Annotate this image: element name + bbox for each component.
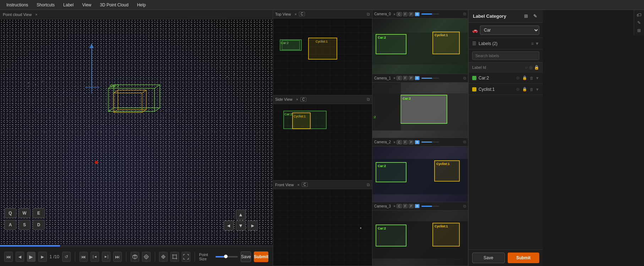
- refresh-button[interactable]: ↺: [62, 252, 71, 262]
- car2-delete-icon[interactable]: 🗑: [529, 75, 534, 81]
- camera-1-f[interactable]: F: [403, 76, 408, 80]
- point-cloud-close[interactable]: ×: [35, 12, 37, 17]
- camera-1-content[interactable]: Car:2 :2: [372, 83, 468, 138]
- step-back-button[interactable]: |◄: [91, 252, 99, 262]
- filter-icon-1[interactable]: ≡: [531, 41, 534, 46]
- expand-btn[interactable]: [182, 252, 190, 262]
- cyclist1-expand-icon[interactable]: ▼: [535, 87, 539, 92]
- key-w[interactable]: W: [18, 208, 31, 218]
- label-panel-icon-2[interactable]: ✎: [531, 13, 539, 20]
- submit-button[interactable]: Submit: [254, 251, 268, 262]
- arrow-right[interactable]: ►: [248, 221, 258, 231]
- top-view-c-icon[interactable]: C: [299, 12, 305, 16]
- tag-icon[interactable]: 🏷: [635, 11, 643, 18]
- camera-1-p[interactable]: P: [409, 76, 414, 80]
- front-view-maximize[interactable]: ⧉: [367, 182, 370, 187]
- crosshair-btn[interactable]: [159, 252, 168, 262]
- camera-2-p[interactable]: P: [409, 140, 414, 144]
- side-view-content[interactable]: Car:2 Cyclist:1: [273, 104, 372, 181]
- arrow-down[interactable]: ▼: [236, 221, 246, 231]
- camera-2-b[interactable]: B: [415, 140, 420, 144]
- prev-frame-button[interactable]: ◄: [16, 252, 24, 262]
- slider-thumb[interactable]: [224, 255, 228, 258]
- key-d[interactable]: D: [33, 220, 45, 230]
- point-cloud-canvas[interactable]: Car:2: [0, 19, 273, 266]
- side-view-close[interactable]: ×: [296, 97, 298, 101]
- camera-0-b[interactable]: B: [415, 12, 420, 16]
- label-panel-submit-button[interactable]: Submit: [508, 253, 540, 263]
- top-view-content[interactable]: Car:2 Cyclist:1: [273, 18, 372, 95]
- camera-3-slider[interactable]: [421, 206, 439, 207]
- filter-icon-2[interactable]: ▼: [535, 41, 539, 46]
- camera-1-slider[interactable]: [421, 78, 439, 79]
- label-id-icon-1[interactable]: ○: [525, 65, 528, 70]
- camera-3-close[interactable]: ×: [393, 204, 395, 208]
- top-view-maximize[interactable]: ⧉: [367, 12, 370, 17]
- front-view-close[interactable]: ×: [297, 183, 299, 187]
- camera-2-c[interactable]: C: [397, 140, 402, 144]
- category-select[interactable]: Car: [480, 26, 539, 35]
- camera-2-f[interactable]: F: [403, 140, 408, 144]
- side-view-c-icon[interactable]: C: [300, 97, 306, 102]
- key-s[interactable]: S: [18, 220, 31, 230]
- label-id-icon-2[interactable]: ◎: [529, 65, 533, 70]
- camera-3-f[interactable]: F: [403, 204, 408, 208]
- camera-0-close[interactable]: ×: [393, 12, 395, 16]
- jump-back-button[interactable]: ⏮: [80, 252, 88, 262]
- menu-instructions[interactable]: Instructions: [3, 2, 32, 8]
- car2-hidden-icon[interactable]: ◎: [515, 75, 521, 81]
- top-view-close[interactable]: ×: [294, 12, 296, 16]
- menu-help[interactable]: Help: [133, 2, 149, 8]
- camera-3-b[interactable]: B: [415, 204, 420, 208]
- front-view-c-icon[interactable]: C: [302, 182, 308, 187]
- crop-btn[interactable]: [170, 252, 179, 262]
- cyclist1-delete-icon[interactable]: 🗑: [529, 87, 534, 92]
- camera-0-content[interactable]: Car:2 Cyclist:1: [372, 18, 468, 74]
- cyclist1-hidden-icon[interactable]: ◎: [515, 87, 521, 92]
- camera-1-c[interactable]: C: [397, 76, 402, 80]
- camera-0-p[interactable]: P: [409, 12, 414, 16]
- arrow-up[interactable]: ▲: [236, 210, 246, 220]
- car2-expand-icon[interactable]: ▼: [535, 76, 539, 80]
- camera-3-content[interactable]: Car:2 Cyclist:1: [372, 211, 468, 266]
- camera-2-maximize[interactable]: ⧉: [463, 140, 466, 144]
- camera-2-content[interactable]: Car:2 Cyclist:1: [372, 146, 468, 202]
- camera-0-slider[interactable]: [421, 13, 439, 15]
- side-view-maximize[interactable]: ⧉: [367, 97, 370, 102]
- camera-3-p[interactable]: P: [409, 204, 414, 208]
- car2-lock-icon[interactable]: 🔒: [522, 75, 528, 81]
- camera-0-f[interactable]: F: [403, 12, 408, 16]
- label-panel-icon-1[interactable]: ⊞: [522, 13, 529, 20]
- point-size-slider[interactable]: [215, 256, 238, 257]
- camera-3-maximize[interactable]: ⧉: [463, 204, 466, 209]
- camera-0-maximize[interactable]: ⧉: [463, 12, 466, 16]
- step-forward-button[interactable]: ►|: [102, 252, 110, 262]
- key-e[interactable]: E: [33, 208, 45, 218]
- label-item-car2[interactable]: Car:2 ◎ 🔒 🗑 ▼: [469, 72, 543, 84]
- jump-forward-button[interactable]: ⏭: [113, 252, 122, 262]
- camera-1-maximize[interactable]: ⧉: [463, 76, 466, 81]
- tag2-icon[interactable]: ⊞: [635, 27, 643, 34]
- seek-bar[interactable]: [0, 245, 273, 246]
- camera-0-c[interactable]: C: [397, 12, 402, 16]
- play-button[interactable]: ▶: [27, 252, 36, 262]
- arrow-left[interactable]: ◄: [224, 221, 234, 231]
- label-id-icon-3[interactable]: 🔒: [534, 65, 539, 70]
- camera-1-b[interactable]: B: [415, 76, 420, 80]
- menu-3d-point-cloud[interactable]: 3D Point Cloud: [96, 2, 132, 8]
- key-q[interactable]: Q: [4, 208, 16, 218]
- save-button[interactable]: Save: [241, 251, 251, 262]
- label-item-cyclist1[interactable]: Cyclist:1 ◎ 🔒 🗑 ▼: [469, 84, 543, 95]
- cyclist1-lock-icon[interactable]: 🔒: [522, 87, 528, 92]
- camera-2-close[interactable]: ×: [393, 140, 395, 144]
- skip-to-start-button[interactable]: ⏮: [4, 252, 13, 262]
- menu-shortcuts[interactable]: Shortcuts: [33, 2, 58, 8]
- edit-icon[interactable]: ✎: [635, 19, 643, 26]
- next-frame-button[interactable]: ►: [38, 252, 47, 262]
- search-labels-input[interactable]: [472, 51, 539, 60]
- cube-icon-btn[interactable]: [131, 252, 139, 262]
- menu-view[interactable]: View: [78, 2, 95, 8]
- camera-3-c[interactable]: C: [397, 204, 402, 208]
- front-view-content[interactable]: [273, 189, 372, 266]
- target-icon-btn[interactable]: [142, 252, 151, 262]
